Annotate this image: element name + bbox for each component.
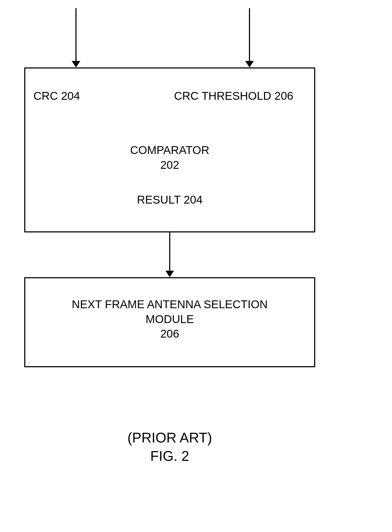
arrow-crc-input: [75, 8, 77, 61]
result-label: RESULT 204: [25, 193, 314, 207]
caption-prior-art: (PRIOR ART): [127, 430, 212, 445]
selection-module-text: NEXT FRAME ANTENNA SELECTION MODULE 206: [25, 297, 314, 341]
arrow-threshold-input: [249, 8, 250, 61]
selection-module-box: NEXT FRAME ANTENNA SELECTION MODULE 206: [24, 277, 315, 367]
caption-fig-number: FIG. 2: [150, 448, 189, 464]
comparator-title-line1: COMPARATOR: [130, 144, 209, 156]
comparator-box: CRC 204 CRC THRESHOLD 206 COMPARATOR 202…: [24, 67, 315, 232]
arrow-result-output: [169, 232, 170, 271]
selection-line3: 206: [160, 327, 179, 340]
comparator-title: COMPARATOR 202: [25, 143, 314, 172]
figure-caption: (PRIOR ART) FIG. 2: [0, 429, 339, 465]
crc-threshold-label: CRC THRESHOLD 206: [174, 90, 293, 102]
selection-line1: NEXT FRAME ANTENNA SELECTION: [72, 298, 268, 311]
selection-line2: MODULE: [145, 313, 194, 325]
comparator-title-line2: 202: [160, 159, 179, 171]
crc-input-label: CRC 204: [33, 90, 80, 102]
